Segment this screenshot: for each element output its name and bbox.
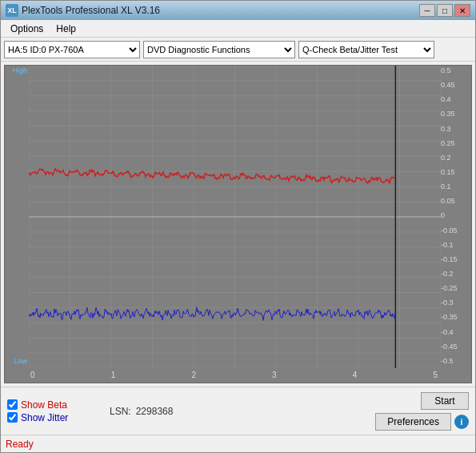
chart-canvas — [29, 66, 441, 368]
y-axis-left: High Low — [5, 66, 29, 367]
drive-select[interactable]: HA:5 ID:0 PX-760A — [4, 41, 140, 58]
lsn-label: LSN: — [110, 406, 131, 417]
title-bar: XL PlexTools Professional XL V3.16 ─ □ ✕ — [1, 1, 475, 20]
close-button[interactable]: ✕ — [454, 4, 470, 17]
y-high-label: High — [6, 67, 27, 74]
main-window: XL PlexTools Professional XL V3.16 ─ □ ✕… — [0, 0, 476, 453]
window-controls: ─ □ ✕ — [419, 4, 470, 17]
chart-area: High Low 0.5 0.45 0.4 0.35 0.3 0.25 0.2 … — [4, 65, 472, 383]
show-jitter-label: Show Jitter — [21, 412, 68, 423]
menu-bar: Options Help — [1, 20, 475, 38]
info-button[interactable]: i — [454, 415, 469, 429]
test-select[interactable]: Q-Check Beta/Jitter Test — [298, 41, 434, 58]
options-menu[interactable]: Options — [4, 22, 50, 36]
show-jitter-checkbox[interactable] — [7, 412, 18, 423]
checkboxes-area: Show Beta Show Jitter — [7, 399, 87, 423]
x-axis: 0 1 2 3 4 5 — [29, 367, 439, 383]
preferences-button[interactable]: Preferences — [375, 413, 451, 431]
actions-area: Start Preferences i — [375, 392, 469, 431]
toolbar: HA:5 ID:0 PX-760A DVD Diagnostic Functio… — [1, 38, 475, 62]
y-low-label: Low — [5, 358, 27, 365]
show-beta-checkbox[interactable] — [7, 399, 18, 410]
y-axis-right: 0.5 0.45 0.4 0.35 0.3 0.25 0.2 0.15 0.1 … — [439, 66, 471, 367]
help-menu[interactable]: Help — [50, 22, 82, 36]
status-text: Ready — [6, 439, 34, 450]
maximize-button[interactable]: □ — [437, 4, 453, 17]
prefs-row: Preferences i — [375, 413, 469, 431]
minimize-button[interactable]: ─ — [419, 4, 435, 17]
show-beta-label: Show Beta — [21, 399, 67, 411]
title-bar-left: XL PlexTools Professional XL V3.16 — [6, 4, 160, 17]
lsn-value: 2298368 — [136, 406, 174, 417]
beta-row: Show Beta — [7, 399, 87, 411]
jitter-row: Show Jitter — [7, 412, 87, 423]
window-title: PlexTools Professional XL V3.16 — [22, 5, 160, 16]
app-icon: XL — [6, 4, 18, 17]
start-button[interactable]: Start — [421, 392, 469, 410]
status-bar: Ready — [1, 435, 475, 452]
function-select[interactable]: DVD Diagnostic Functions — [143, 41, 295, 58]
lsn-area: LSN: 2298368 — [94, 406, 369, 417]
controls-bar: Show Beta Show Jitter LSN: 2298368 Start… — [1, 387, 475, 435]
